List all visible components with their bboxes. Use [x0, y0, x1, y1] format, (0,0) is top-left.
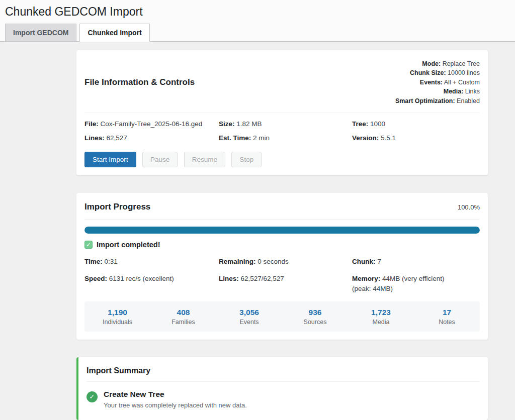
setting-events: Events: All + Custom: [395, 78, 480, 87]
detail-version: Version: 5.5.1: [352, 134, 478, 142]
import-progress-card: Import Progress 100.0% ✓ Import complete…: [76, 193, 488, 340]
check-circle-icon: ✓: [87, 391, 98, 402]
tab-import-gedcom[interactable]: Import GEDCOM: [5, 24, 76, 42]
count-individuals: 1,190 Individuals: [84, 308, 150, 326]
stat-lines: Lines: 62,527/62,527: [219, 274, 352, 293]
progress-percent: 100.0%: [458, 203, 480, 211]
import-summary-card: Import Summary ✓ Create New Tree Your tr…: [76, 357, 488, 420]
tab-bar: Import GEDCOMChunked Import: [0, 24, 515, 42]
detail-lines: Lines: 62,527: [84, 134, 219, 142]
setting-chunk-size: Chunk Size: 10000 lines: [395, 68, 480, 78]
summary-item: ✓ Create New Tree Your tree was complete…: [87, 390, 480, 409]
count-events: 3,056 Events: [216, 308, 282, 326]
count-families: 408 Families: [150, 308, 216, 326]
summary-item-body: Create New Tree Your tree was completely…: [104, 390, 247, 409]
setting-smart-optimization: Smart Optimization: Enabled: [395, 96, 480, 106]
import-controls: Start Import Pause Resume Stop: [84, 152, 480, 167]
admin-header: Chunked GEDCOM Import Import GEDCOMChunk…: [0, 0, 515, 42]
import-status-text: Import completed!: [97, 241, 160, 249]
summary-item-description: Your tree was completely replaced with n…: [104, 401, 247, 409]
file-info-card: File Information & Controls Mode: Replac…: [76, 50, 488, 176]
stat-memory: Memory: 44MB (very efficient) (peak: 44M…: [352, 274, 480, 293]
setting-mode: Mode: Replace Tree: [395, 59, 480, 69]
count-media: 1,723 Media: [348, 308, 414, 326]
content-area: File Information & Controls Mode: Replac…: [0, 42, 515, 420]
pause-button[interactable]: Pause: [142, 152, 178, 167]
import-summary-title: Import Summary: [87, 366, 480, 382]
check-square-icon: ✓: [84, 241, 93, 249]
count-notes: 17 Notes: [414, 308, 480, 326]
import-status-row: ✓ Import completed!: [84, 241, 480, 249]
count-sources: 936 Sources: [282, 308, 348, 326]
stat-speed: Speed: 6131 rec/s (excellent): [84, 274, 219, 293]
detail-file: File: Cox-Family-Tree_2025-06-16.ged: [84, 120, 219, 128]
detail-est-time: Est. Time: 2 min: [219, 134, 352, 142]
file-info-card-title: File Information & Controls: [84, 77, 195, 87]
page-title: Chunked GEDCOM Import: [0, 0, 515, 24]
progress-bar-fill: [84, 227, 480, 234]
setting-media: Media: Links: [395, 87, 480, 96]
stop-button[interactable]: Stop: [231, 152, 262, 167]
progress-bar: [84, 227, 480, 234]
divider: [84, 113, 480, 113]
import-progress-title: Import Progress: [84, 202, 150, 212]
stat-chunk: Chunk: 7: [352, 257, 480, 267]
summary-item-title: Create New Tree: [104, 390, 247, 399]
start-import-button[interactable]: Start Import: [84, 152, 136, 167]
progress-stats-grid: Time: 0:31 Remaining: 0 seconds Chunk: 7…: [84, 257, 480, 293]
resume-button[interactable]: Resume: [184, 152, 225, 167]
import-settings-list: Mode: Replace Tree Chunk Size: 10000 lin…: [395, 59, 480, 106]
divider: [84, 219, 480, 220]
stat-time: Time: 0:31: [84, 257, 219, 267]
record-counts-box: 1,190 Individuals 408 Families 3,056 Eve…: [84, 301, 480, 332]
detail-size: Size: 1.82 MB: [219, 120, 352, 128]
stat-remaining: Remaining: 0 seconds: [219, 257, 352, 267]
detail-tree: Tree: 1000: [352, 120, 478, 128]
tab-chunked-import[interactable]: Chunked Import: [79, 24, 149, 42]
file-details-grid: File: Cox-Family-Tree_2025-06-16.ged Siz…: [84, 120, 480, 142]
